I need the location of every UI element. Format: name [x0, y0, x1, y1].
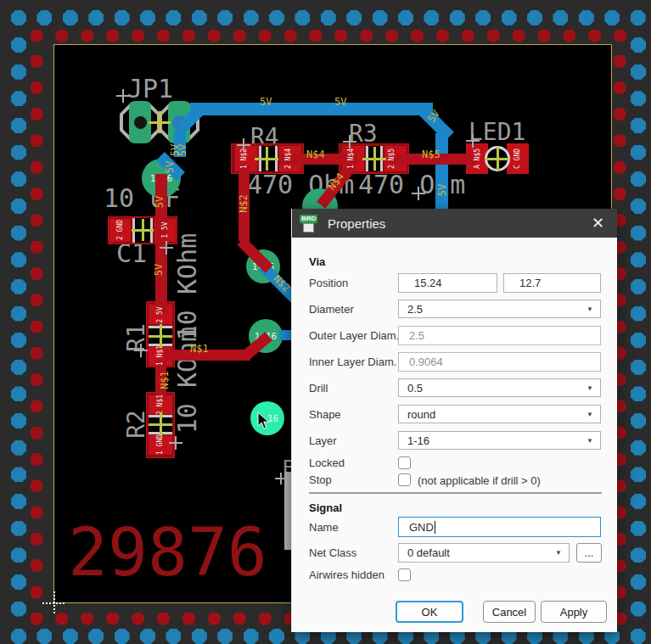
border-vias-left-blue[interactable] — [11, 279, 26, 294]
border-vias-right-blue[interactable] — [631, 252, 646, 267]
border-vias-top-blue[interactable] — [166, 10, 181, 25]
border-pads-bottom-red[interactable] — [55, 613, 68, 625]
border-pads-bottom-red[interactable] — [208, 613, 221, 625]
border-vias-top-blue[interactable] — [140, 10, 155, 25]
border-pads-right-red[interactable] — [614, 55, 626, 68]
border-vias-left-blue[interactable] — [11, 171, 26, 187]
border-pads-top-red[interactable] — [436, 30, 449, 42]
border-vias-top-blue[interactable] — [398, 10, 413, 25]
border-vias-bottom-blue[interactable] — [166, 629, 181, 644]
border-vias-left-blue[interactable] — [11, 413, 26, 428]
locked-checkbox[interactable] — [398, 456, 411, 469]
border-vias-right-blue[interactable] — [631, 199, 646, 214]
netclass-more-button[interactable]: ... — [576, 543, 602, 563]
border-vias-right-blue[interactable] — [631, 279, 646, 294]
border-pads-top-red[interactable] — [132, 30, 144, 42]
border-vias-bottom-blue[interactable] — [192, 629, 207, 644]
border-vias-right-blue[interactable] — [631, 521, 646, 536]
border-pads-top-red[interactable] — [259, 30, 272, 42]
cancel-button[interactable]: Cancel — [483, 601, 536, 623]
border-vias-left-blue[interactable] — [11, 386, 26, 401]
border-pads-top-red[interactable] — [309, 30, 322, 42]
border-pads-left-red[interactable] — [31, 533, 43, 546]
border-pads-right-red[interactable] — [614, 161, 626, 174]
border-pads-top-red[interactable] — [233, 30, 246, 42]
border-vias-top-blue[interactable] — [295, 10, 310, 25]
border-pads-left-red[interactable] — [31, 586, 43, 599]
border-vias-right-blue[interactable] — [631, 360, 646, 375]
apply-button[interactable]: Apply — [541, 601, 607, 623]
border-pads-top-red[interactable] — [55, 30, 68, 42]
border-pads-bottom-red[interactable] — [31, 613, 43, 625]
border-vias-bottom-blue[interactable] — [115, 629, 130, 644]
border-vias-top-blue[interactable] — [475, 10, 491, 25]
border-pads-top-red[interactable] — [81, 30, 93, 42]
border-pads-left-red[interactable] — [31, 81, 43, 94]
border-pads-left-red[interactable] — [31, 347, 43, 360]
border-vias-top-blue[interactable] — [502, 10, 517, 25]
border-vias-top-blue[interactable] — [269, 10, 284, 25]
border-vias-right-blue[interactable] — [631, 440, 646, 456]
border-vias-left-blue[interactable] — [11, 91, 26, 106]
border-vias-left-blue[interactable] — [11, 145, 26, 160]
border-vias-right-blue[interactable] — [631, 226, 646, 241]
border-pads-right-red[interactable] — [614, 81, 626, 94]
dialog-titlebar[interactable]: BRD Properties ✕ — [292, 209, 617, 238]
border-pads-left-red[interactable] — [31, 161, 43, 174]
border-pads-left-red[interactable] — [31, 400, 43, 412]
border-vias-top-blue[interactable] — [346, 10, 362, 25]
border-vias-top-blue[interactable] — [373, 10, 388, 25]
border-vias-right-blue[interactable] — [631, 467, 646, 482]
trace-5v-vertical[interactable] — [435, 133, 448, 210]
border-pads-right-red[interactable] — [614, 134, 626, 147]
border-pads-left-red[interactable] — [31, 134, 43, 147]
border-vias-top-blue[interactable] — [631, 10, 646, 25]
border-vias-left-blue[interactable] — [11, 199, 26, 214]
border-pads-left-red[interactable] — [31, 294, 43, 306]
border-pads-top-red[interactable] — [614, 30, 626, 42]
border-pads-top-red[interactable] — [284, 30, 297, 42]
border-pads-left-red[interactable] — [31, 241, 43, 254]
border-vias-right-blue[interactable] — [631, 37, 646, 53]
border-vias-right-blue[interactable] — [631, 602, 646, 617]
border-vias-top-blue[interactable] — [217, 10, 233, 25]
border-vias-right-blue[interactable] — [631, 91, 646, 106]
border-pads-bottom-red[interactable] — [259, 613, 272, 625]
shape-dropdown[interactable]: round ▼ — [398, 405, 601, 423]
border-vias-top-blue[interactable] — [36, 10, 52, 25]
border-vias-top-blue[interactable] — [244, 10, 259, 25]
border-pads-left-red[interactable] — [31, 214, 43, 227]
ok-button[interactable]: OK — [396, 601, 463, 623]
signal-name-input[interactable]: GND — [398, 517, 601, 537]
border-vias-top-blue[interactable] — [63, 10, 78, 25]
border-pads-top-red[interactable] — [106, 30, 119, 42]
border-pads-left-red[interactable] — [31, 453, 43, 466]
border-pads-right-red[interactable] — [614, 188, 626, 200]
border-vias-left-blue[interactable] — [11, 440, 26, 456]
border-vias-left-blue[interactable] — [11, 252, 26, 267]
border-vias-right-blue[interactable] — [631, 306, 646, 322]
border-pads-bottom-red[interactable] — [157, 613, 170, 625]
border-pads-top-red[interactable] — [513, 30, 525, 42]
border-vias-bottom-blue[interactable] — [36, 629, 52, 644]
border-vias-left-blue[interactable] — [11, 574, 26, 590]
border-vias-right-blue[interactable] — [631, 386, 646, 401]
border-pads-top-red[interactable] — [182, 30, 195, 42]
border-vias-bottom-blue[interactable] — [140, 629, 155, 644]
border-pads-top-red[interactable] — [411, 30, 424, 42]
border-vias-bottom-blue[interactable] — [217, 629, 233, 644]
border-pads-bottom-red[interactable] — [182, 613, 195, 625]
border-vias-right-blue[interactable] — [631, 547, 646, 563]
border-vias-top-blue[interactable] — [604, 10, 620, 25]
border-pads-bottom-red[interactable] — [106, 613, 119, 625]
border-pads-top-red[interactable] — [385, 30, 398, 42]
border-pads-top-red[interactable] — [334, 30, 347, 42]
border-vias-bottom-blue[interactable] — [631, 629, 646, 644]
border-pads-bottom-red[interactable] — [233, 613, 246, 625]
border-pads-top-red[interactable] — [157, 30, 170, 42]
border-vias-top-blue[interactable] — [424, 10, 439, 25]
border-vias-right-blue[interactable] — [631, 64, 646, 80]
border-pads-right-red[interactable] — [614, 108, 626, 120]
border-vias-right-blue[interactable] — [631, 413, 646, 428]
border-vias-top-blue[interactable] — [321, 10, 336, 25]
